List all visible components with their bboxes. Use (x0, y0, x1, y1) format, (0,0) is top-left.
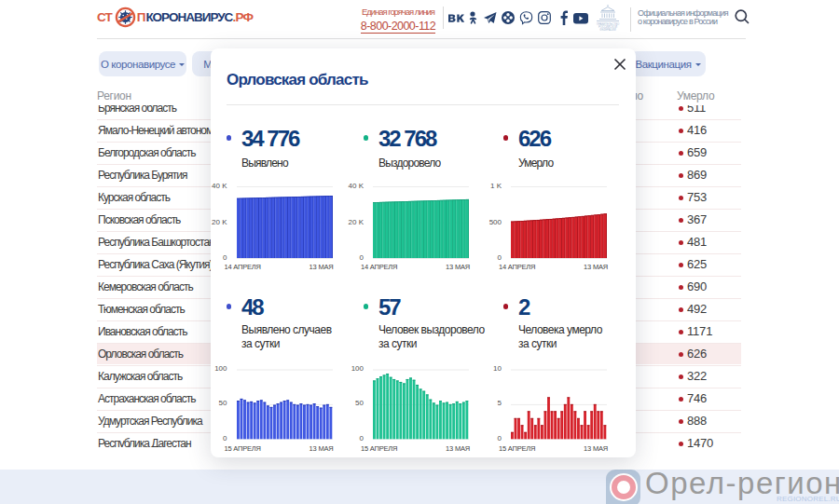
svg-text:ФЕДЕРАЦИИ: ФЕДЕРАЦИИ (599, 28, 615, 31)
